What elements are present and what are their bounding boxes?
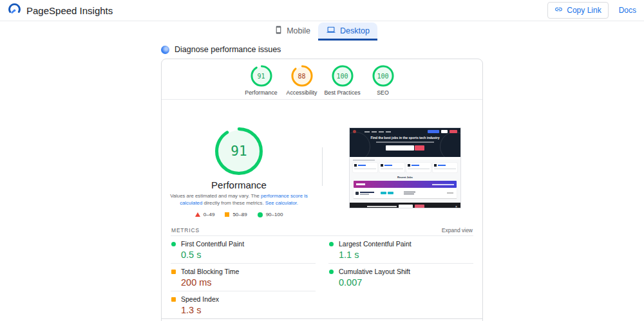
metrics-section: METRICS Expand view First Contentful Pai… (162, 224, 482, 318)
lighthouse-icon (161, 46, 169, 54)
metric-status-icon (171, 242, 176, 246)
score-label: SEO (377, 89, 389, 96)
metric-name: Largest Contentful Paint (339, 240, 412, 248)
legend-range: 90–100 (266, 212, 283, 217)
vertical-divider (322, 147, 323, 186)
performance-overview: 91 Performance Values are estimated and … (162, 100, 482, 224)
metric-largest-contentful-paint: Largest Contentful Paint 1.1 s (328, 236, 473, 264)
tab-desktop[interactable]: Desktop (318, 23, 377, 41)
app-header: PageSpeed Insights Copy Link Docs (0, 0, 644, 21)
metric-cumulative-layout-shift: Cumulative Layout Shift 0.007 (328, 264, 473, 291)
metric-status-icon (171, 270, 176, 274)
score-legend: 0–49 50–89 90–100 (162, 212, 316, 217)
link-icon (554, 5, 563, 15)
metric-name: First Contentful Paint (181, 240, 244, 248)
metric-value: 1.3 s (181, 305, 315, 315)
thumb-body: Recent Jobs (350, 160, 460, 203)
score-label: Accessibility (287, 89, 317, 96)
score-value: 100 (332, 65, 354, 87)
metric-first-contentful-paint: First Contentful Paint 0.5 s (171, 236, 316, 264)
performance-score-value: 91 (214, 126, 264, 176)
thumb-section-title: Recent Jobs (350, 176, 460, 179)
legend-range: 50–89 (232, 212, 247, 217)
score-value: 91 (251, 65, 272, 87)
disclaimer-text: directly from these metrics. (202, 200, 265, 206)
score-value: 88 (291, 65, 313, 87)
metric-name: Total Blocking Time (181, 268, 239, 275)
score-gauge-performance[interactable]: 91 Performance (241, 65, 281, 96)
score-gauge-best-practices[interactable]: 100 Best Practices (322, 65, 363, 96)
docs-link[interactable]: Docs (619, 6, 636, 15)
metric-status-icon (329, 270, 334, 274)
score-value: 100 (372, 65, 394, 87)
copy-link-button[interactable]: Copy Link (547, 2, 608, 19)
tab-mobile[interactable]: Mobile (267, 23, 318, 41)
diagnose-label: Diagnose performance issues (175, 45, 281, 54)
metric-name: Speed Index (181, 295, 219, 303)
metric-value: 0.007 (339, 277, 473, 288)
metric-value: 200 ms (181, 277, 315, 288)
diagnose-section-header: Diagnose performance issues (161, 45, 483, 54)
score-gauge-seo[interactable]: 100 SEO (363, 65, 403, 96)
metrics-heading: METRICS (171, 227, 200, 234)
performance-score-gauge: 91 (214, 126, 264, 176)
score-disclaimer: Values are estimated and may vary. The p… (164, 193, 314, 206)
desktop-laptop-icon (326, 26, 336, 36)
metric-speed-index: Speed Index 1.3 s (171, 291, 316, 318)
device-tabs: Mobile Desktop (0, 23, 644, 41)
metric-name: Cumulative Layout Shift (339, 268, 410, 275)
tab-mobile-label: Mobile (287, 26, 310, 35)
expand-view-button[interactable]: Expand view (442, 227, 473, 234)
average-square-icon (225, 212, 229, 217)
performance-title: Performance (162, 179, 316, 190)
pagespeed-logo-icon (8, 3, 21, 19)
metric-status-icon (329, 242, 334, 246)
page-screenshot-thumbnail[interactable]: Find the best jobs in the sports tech in… (349, 127, 461, 208)
thumb-hero: Find the best jobs in the sports tech in… (350, 128, 460, 157)
score-label: Best Practices (324, 89, 360, 96)
fail-triangle-icon (195, 212, 200, 217)
metric-value: 1.1 s (339, 250, 473, 260)
score-label: Performance (245, 89, 277, 96)
category-scores-row: 91 Performance 88 Accessibility 100 Best… (162, 59, 482, 100)
report-meta-footer: Captured at Oct 3, 2024, 3:32 PM GMT+2 E… (162, 318, 482, 321)
disclaimer-text: Values are estimated and may vary. The (170, 193, 261, 199)
mobile-phone-icon (274, 26, 283, 36)
copy-link-label: Copy Link (567, 6, 601, 15)
metric-value: 0.5 s (181, 250, 315, 260)
pass-circle-icon (258, 212, 263, 217)
legend-range: 0–49 (204, 212, 215, 217)
metric-total-blocking-time: Total Blocking Time 200 ms (171, 264, 316, 291)
app-title: PageSpeed Insights (26, 5, 113, 16)
calculator-link[interactable]: See calculator. (265, 200, 298, 206)
thumb-hero-heading: Find the best jobs in the sports tech in… (350, 136, 460, 140)
metric-status-icon (171, 297, 176, 302)
report-card: 91 Performance 88 Accessibility 100 Best… (161, 59, 483, 321)
pagespeed-insights-app: PageSpeed Insights Copy Link Docs Mobile… (0, 0, 644, 321)
tab-desktop-label: Desktop (340, 26, 370, 35)
score-gauge-accessibility[interactable]: 88 Accessibility (281, 65, 322, 96)
thumb-cookie-bar: × (350, 203, 460, 208)
